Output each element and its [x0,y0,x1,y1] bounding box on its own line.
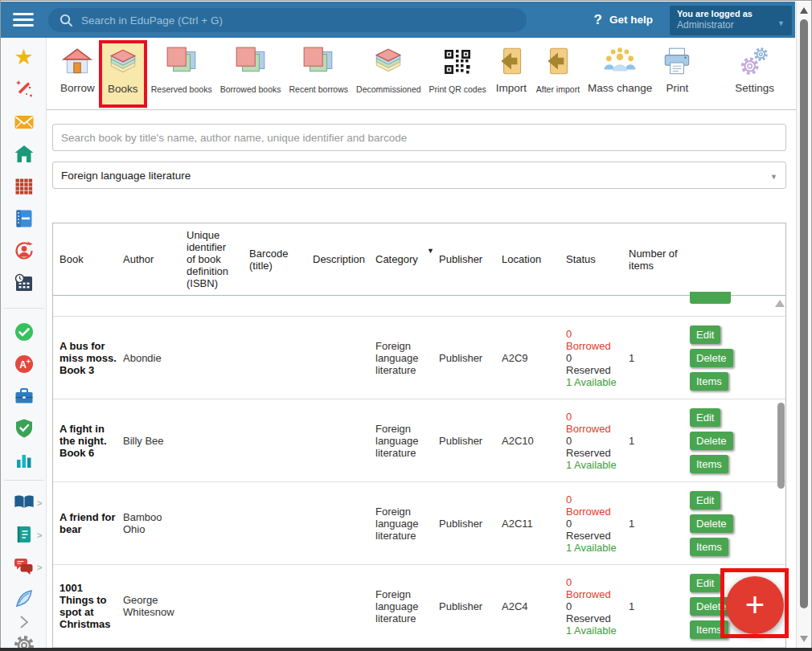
toolbar-item-print-qr-codes[interactable]: Print QR codes [425,43,490,107]
items-button[interactable]: Items [690,620,728,639]
sidebar-item-assignments[interactable] [1,386,47,407]
sidebar-item-notes[interactable] [1,588,47,609]
toolbar-item-decommissioned[interactable]: Decommissioned [352,43,425,107]
items-button[interactable]: Items [690,372,728,391]
edit-button[interactable]: Edit [690,574,720,592]
sidebar-item-substitution[interactable] [1,240,47,261]
left-sidebar: ★ A+ > > > [1,38,47,648]
sidebar-item-attendance[interactable] [1,321,47,342]
search-icon [59,13,74,28]
delete-button[interactable]: Delete [690,432,733,450]
edit-button[interactable]: Edit [690,326,720,344]
cell-publisher: Publisher [439,600,502,612]
chevron-right-icon: > [37,530,42,540]
sidebar-item-settings[interactable] [1,634,47,648]
sidebar-item-favorites[interactable]: ★ [1,47,47,68]
items-button-fragment[interactable] [690,292,731,304]
column-header-description[interactable]: Description [313,223,375,295]
toolbar-item-books[interactable]: Books [99,40,147,108]
bar-chart-icon [14,450,35,471]
toolbar-item-settings[interactable]: Settings [731,43,778,107]
column-header-barcode[interactable]: Barcode (title) [249,223,313,295]
toolbar-item-borrow[interactable]: Borrow [56,43,99,107]
cell-status: 0 Borrowed0 Reserved1 Available [566,493,629,554]
toolbar-item-recent-borrows[interactable]: Recent borrows [285,43,353,107]
chevron-down-icon: ▼ [770,173,777,181]
cell-book: A fight in the night. Book 6 [59,423,123,459]
cell-number-of-items: 1 [629,600,690,612]
sidebar-item-home[interactable] [1,144,47,165]
chevron-right-icon: > [37,563,42,572]
cell-location: A2C4 [502,600,566,612]
stacked-squares-icon [301,45,335,79]
global-search-input[interactable]: Search in EduPage (Ctrl + G) [48,8,527,32]
sidebar-item-library[interactable]: > [1,492,47,513]
books-table: Book Author Unique identifier of book de… [52,223,786,648]
table-row: A fight in the night. Book 6 Billy Bee F… [53,399,785,482]
sidebar-item-behavior[interactable] [1,418,47,439]
sidebar-item-journal[interactable]: > [1,524,47,545]
magic-wand-icon [14,79,35,100]
sort-desc-icon: ▼ [427,245,434,257]
sidebar-item-grades[interactable]: A+ [1,354,47,375]
add-book-fab[interactable]: + [726,576,784,634]
get-help-button[interactable]: ? Get help [594,2,653,38]
column-header-number-of-items[interactable]: Number of items [629,223,690,295]
sidebar-item-messages[interactable] [1,112,47,133]
table-scroll-up-arrow-icon[interactable] [775,300,785,307]
toolbar-item-after-import[interactable]: After import [532,43,584,107]
category-dropdown[interactable]: Foreign language literature ▼ [52,162,786,189]
book-search-placeholder: Search book by title's name, author name… [61,132,407,144]
house-icon [60,45,94,79]
sidebar-item-timetable[interactable] [1,176,47,197]
column-header-author[interactable]: Author [123,223,187,295]
column-header-publisher[interactable]: Publisher [439,223,502,295]
cell-actions: Edit Delete Items [690,406,785,476]
table-row: A bus for miss moss. Book 3 Abondie Fore… [53,317,785,399]
sidebar-item-wizard[interactable] [1,79,47,100]
column-header-unique-identifier[interactable]: Unique identifier of book definition (IS… [187,223,249,295]
edit-button[interactable]: Edit [690,408,720,427]
sidebar-item-classbook[interactable] [1,208,47,229]
cell-location: A2C9 [502,352,566,364]
column-header-book[interactable]: Book [59,223,123,295]
toolbar-item-import[interactable]: Import [490,43,532,107]
sidebar-collapse-button[interactable] [1,614,47,630]
timetable-grid-icon [14,176,35,197]
sidebar-item-communication[interactable]: > [1,556,47,577]
sidebar-item-results[interactable] [1,450,47,471]
items-button[interactable]: Items [690,538,728,556]
printer-icon [660,45,694,79]
page-scrollbar[interactable] [796,2,811,648]
import-arrow-icon [541,45,575,79]
hamburger-menu-icon[interactable] [13,13,34,27]
calendar-clock-icon [14,272,35,293]
toolbar-item-mass-change[interactable]: Mass change [584,43,656,107]
mail-icon [14,112,35,133]
delete-button[interactable]: Delete [690,514,733,533]
toolbar-item-reserved-books[interactable]: Reserved books [147,43,216,107]
book-search-input[interactable]: Search book by title's name, author name… [52,124,786,151]
column-header-status[interactable]: Status [566,223,629,295]
gears-icon [738,45,772,79]
table-scrollbar-thumb[interactable] [777,403,785,489]
sidebar-item-calendar[interactable] [1,272,47,293]
cell-book: A friend for bear [59,511,123,535]
question-mark-icon: ? [594,12,602,28]
open-book-icon [13,492,35,513]
scroll-down-arrow-icon[interactable] [800,636,808,642]
column-header-location[interactable]: Location [502,223,566,295]
toolbar-item-print[interactable]: Print [656,43,698,107]
cell-publisher: Publisher [439,352,502,364]
edit-button[interactable]: Edit [690,491,720,510]
cell-book: 1001 Things to spot at Christmas [59,582,123,630]
items-button[interactable]: Items [690,455,728,473]
logged-in-user-dropdown[interactable]: You are logged as Administrator ▼ [670,6,792,35]
column-header-category[interactable]: Category▼ [375,223,439,295]
chat-bubbles-icon [13,556,35,577]
page-scrollbar-thumb[interactable] [800,19,808,608]
delete-button[interactable]: Delete [690,349,733,367]
scroll-up-arrow-icon[interactable] [800,7,808,14]
toolbar-item-borrowed-books[interactable]: Borrowed books [216,43,285,107]
cell-book: A bus for miss moss. Book 3 [59,340,123,376]
